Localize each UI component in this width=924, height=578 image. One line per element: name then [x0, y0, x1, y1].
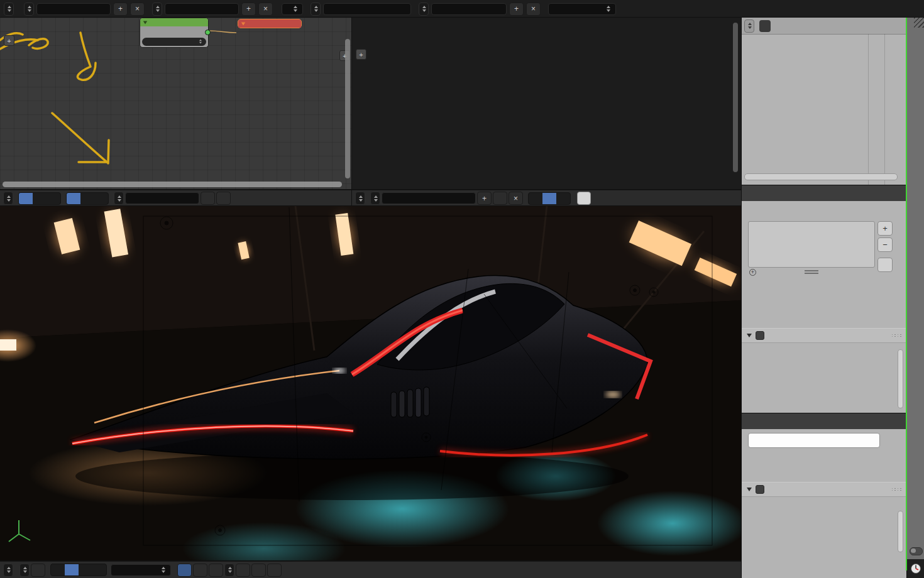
editor-type-button[interactable]: [3, 192, 13, 205]
layout-type-button[interactable]: [152, 3, 162, 16]
distribution-dropdown[interactable]: [142, 38, 206, 46]
app-menu-button[interactable]: [4, 3, 14, 16]
collection-visibility-button[interactable]: [177, 564, 192, 577]
active-area-border[interactable]: [906, 18, 907, 570]
clock-icon: [910, 563, 921, 574]
shader-editor[interactable]: + +: [0, 18, 352, 190]
render-animation-button[interactable]: [267, 564, 282, 577]
gizmo-rotate-toggle[interactable]: [79, 564, 92, 575]
shader-type-linestyle-button[interactable]: [47, 193, 60, 204]
snap-magnet-toggle[interactable]: [209, 564, 223, 577]
text-editor[interactable]: +: [352, 18, 742, 190]
text-new-button[interactable]: +: [477, 192, 492, 205]
text-editor-header: + ×: [352, 190, 742, 206]
area-corner-widget[interactable]: [914, 18, 924, 28]
volumetric-enable-checkbox[interactable]: [756, 485, 764, 494]
pivot-point-dropdown[interactable]: [224, 564, 234, 577]
properties-render: [742, 413, 907, 578]
render-image-button[interactable]: [251, 564, 266, 577]
world-button[interactable]: [80, 193, 94, 204]
shader-toolbar-expand-button[interactable]: +: [4, 35, 14, 46]
text-datablock-field[interactable]: [382, 192, 476, 204]
mode-dropdown[interactable]: [282, 3, 303, 15]
panel-screen-space-reflections[interactable]: [742, 328, 907, 343]
layout-field[interactable]: [165, 3, 239, 15]
viewport-3d[interactable]: [0, 206, 742, 561]
list-add-button[interactable]: +: [749, 269, 756, 276]
material-name-field[interactable]: [125, 192, 199, 204]
scene-delete-button[interactable]: ×: [526, 3, 541, 16]
text-sidebar-expand-button[interactable]: +: [356, 49, 366, 60]
viewlayer-field[interactable]: [323, 3, 411, 15]
editor-type-button[interactable]: [744, 19, 754, 33]
shader-type-world-button[interactable]: [33, 193, 47, 204]
orientation-dropdown[interactable]: [111, 564, 171, 576]
properties-scrollbar[interactable]: [898, 349, 903, 408]
collapsed-side-area[interactable]: [907, 18, 924, 578]
workspace-type-button[interactable]: [24, 3, 34, 16]
material-browse-button[interactable]: [114, 192, 124, 205]
properties-viewlayer: + + −: [742, 185, 907, 413]
shader-vscrollbar[interactable]: [345, 39, 350, 178]
viewport-render: [0, 206, 742, 561]
overlay-toggle[interactable]: [910, 547, 923, 555]
proportional-edit-toggle[interactable]: [193, 564, 207, 577]
material-users-button[interactable]: [201, 192, 215, 205]
gizmo-scale-toggle[interactable]: [92, 564, 106, 575]
workspace-field[interactable]: [36, 3, 111, 15]
blender-window: + × + × + × + +: [0, 0, 924, 578]
layer-remove-button[interactable]: −: [877, 237, 893, 252]
text-open-button[interactable]: [493, 192, 507, 205]
layer-pin-button[interactable]: [877, 258, 893, 272]
line-numbers-toggle[interactable]: [529, 193, 542, 204]
panel-volumetric[interactable]: [742, 482, 907, 497]
scene-type-button[interactable]: [419, 3, 429, 16]
outliner-scrollbar[interactable]: [744, 173, 898, 180]
pin-object-button[interactable]: [67, 193, 80, 204]
editor-type-button[interactable]: [355, 192, 365, 205]
topbar: + × + × + ×: [0, 0, 924, 18]
text-browse-button[interactable]: [370, 192, 380, 205]
ssr-enable-checkbox[interactable]: [756, 331, 764, 340]
shader-type-object-button[interactable]: [19, 193, 33, 204]
syntax-highlight-toggle[interactable]: [556, 193, 570, 204]
layout-add-button[interactable]: +: [241, 3, 256, 16]
mode-selector[interactable]: [19, 564, 30, 577]
viewport-header: [0, 561, 742, 578]
properties-tabbar: [742, 413, 907, 429]
engine-dropdown[interactable]: [548, 3, 616, 15]
workspace-add-button[interactable]: +: [113, 3, 128, 16]
properties-scrollbar[interactable]: [898, 511, 903, 552]
properties-tabbar: [742, 185, 907, 201]
node-material-output[interactable]: [238, 19, 302, 28]
gizmo-move-toggle[interactable]: [65, 564, 79, 575]
layout-delete-button[interactable]: ×: [258, 3, 273, 16]
display-mode-dropdown[interactable]: [759, 20, 771, 32]
view-layer-list: [748, 221, 875, 268]
shader-hscrollbar[interactable]: [3, 182, 342, 187]
viewlayer-type-button[interactable]: [311, 3, 321, 16]
layer-add-button[interactable]: +: [877, 221, 893, 236]
bsdf-output-socket[interactable]: [205, 30, 211, 35]
clock-widget: [907, 559, 924, 578]
text-scrollbar[interactable]: [733, 23, 738, 172]
list-resize-grip[interactable]: [805, 270, 818, 271]
outliner-header: [742, 18, 907, 35]
grease-pencil-annotation: [0, 33, 109, 163]
gizmo-axes-toggle[interactable]: [51, 564, 65, 575]
line-style-button[interactable]: [94, 193, 108, 204]
run-script-button[interactable]: [577, 192, 591, 205]
workspace-delete-button[interactable]: ×: [130, 3, 145, 16]
fake-user-button[interactable]: [216, 192, 231, 205]
text-unlink-button[interactable]: ×: [509, 192, 523, 205]
word-wrap-toggle[interactable]: [542, 193, 556, 204]
snap-target-button[interactable]: [236, 564, 250, 577]
scene-add-button[interactable]: +: [509, 3, 524, 16]
shader-editor-header: [0, 190, 352, 206]
node-principled-bsdf[interactable]: [140, 18, 209, 48]
editor-type-button[interactable]: [3, 564, 13, 577]
outliner: [742, 18, 907, 185]
scene-field[interactable]: [431, 3, 507, 15]
light-color-field[interactable]: [748, 433, 880, 448]
mode-expand-button[interactable]: [31, 564, 45, 577]
